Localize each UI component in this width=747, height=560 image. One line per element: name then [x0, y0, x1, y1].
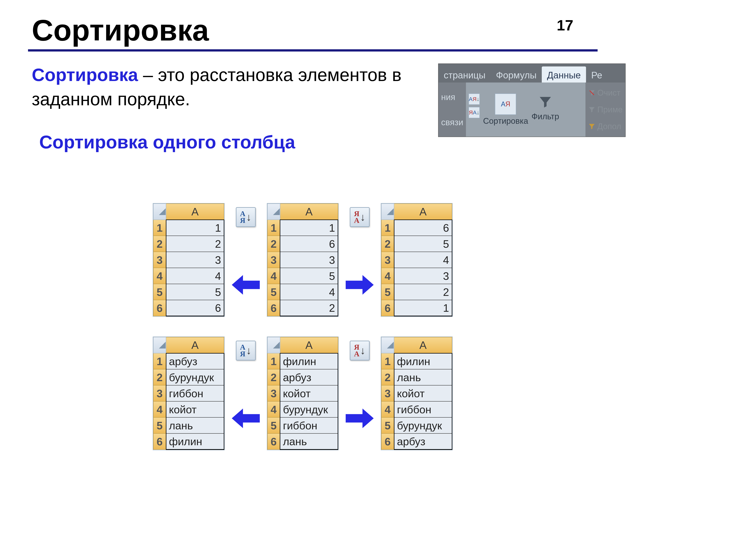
select-all-corner[interactable] [153, 204, 166, 220]
row-header[interactable]: 3 [153, 252, 166, 268]
row-header[interactable]: 2 [381, 369, 394, 385]
cell[interactable]: 3 [280, 252, 338, 268]
col-header[interactable]: A [280, 204, 338, 220]
cell[interactable]: 1 [166, 220, 224, 236]
cell[interactable]: 6 [280, 236, 338, 252]
row-header[interactable]: 2 [267, 236, 280, 252]
cell[interactable]: арбуз [166, 353, 224, 369]
select-all-corner[interactable] [381, 204, 394, 220]
cell[interactable]: бурундук [394, 418, 452, 433]
col-header[interactable]: A [394, 337, 452, 353]
cell[interactable]: 1 [280, 220, 338, 236]
row-header[interactable]: 2 [381, 236, 394, 252]
row-header[interactable]: 6 [267, 433, 280, 450]
filter-button[interactable]: Фильтр [532, 94, 559, 126]
row-header[interactable]: 3 [381, 385, 394, 401]
cell[interactable]: 5 [280, 268, 338, 284]
select-all-corner[interactable] [381, 337, 394, 353]
row-header[interactable]: 2 [267, 369, 280, 385]
advanced-filter-item[interactable]: Допол [588, 122, 623, 131]
cell[interactable]: гиббон [280, 418, 338, 433]
row-header[interactable]: 1 [381, 220, 394, 236]
sort-dialog-button[interactable]: АЯ Сортировка [483, 94, 528, 126]
row-header[interactable]: 1 [153, 220, 166, 236]
cell[interactable]: лань [166, 418, 224, 433]
cell[interactable]: гиббон [166, 385, 224, 401]
row-header[interactable]: 4 [267, 268, 280, 284]
row-header[interactable]: 1 [267, 353, 280, 369]
cell[interactable]: бурундук [166, 369, 224, 385]
row-header[interactable]: 3 [381, 252, 394, 268]
cell[interactable]: 2 [280, 300, 338, 316]
cell[interactable]: арбуз [394, 433, 452, 450]
cell[interactable]: 4 [394, 252, 452, 268]
select-all-corner[interactable] [267, 204, 280, 220]
cell[interactable]: койот [280, 385, 338, 401]
cell[interactable]: 4 [166, 268, 224, 284]
row-header[interactable]: 4 [153, 401, 166, 418]
row-header[interactable]: 5 [267, 418, 280, 433]
select-all-corner[interactable] [267, 337, 280, 353]
ribbon-tab-partial-left[interactable]: страницы [438, 66, 491, 82]
cell[interactable]: гиббон [394, 401, 452, 418]
row-header[interactable]: 4 [381, 268, 394, 284]
row-header[interactable]: 4 [153, 268, 166, 284]
cell[interactable]: 6 [394, 220, 452, 236]
cell[interactable]: 2 [394, 284, 452, 300]
row-header[interactable]: 3 [153, 385, 166, 401]
cell[interactable]: 3 [166, 252, 224, 268]
cell[interactable]: 5 [166, 284, 224, 300]
row-header[interactable]: 5 [267, 284, 280, 300]
cell[interactable]: бурундук [280, 401, 338, 418]
row-header[interactable]: 4 [381, 401, 394, 418]
row-header[interactable]: 6 [381, 300, 394, 316]
cell[interactable]: 4 [280, 284, 338, 300]
ribbon-tab-formulas[interactable]: Формулы [491, 66, 542, 82]
row-header[interactable]: 3 [267, 252, 280, 268]
cell[interactable]: филин [280, 353, 338, 369]
col-header[interactable]: A [166, 337, 224, 353]
ribbon-tab-partial-right[interactable]: Ре [586, 66, 608, 82]
row-header[interactable]: 5 [381, 284, 394, 300]
row-header[interactable]: 2 [153, 369, 166, 385]
row-header[interactable]: 6 [381, 433, 394, 450]
row-header[interactable]: 6 [153, 433, 166, 450]
row-header[interactable]: 5 [153, 418, 166, 433]
cell[interactable]: арбуз [280, 369, 338, 385]
cell[interactable]: 2 [166, 236, 224, 252]
select-all-corner[interactable] [153, 337, 166, 353]
sort-desc-icon[interactable]: ЯА↓ [468, 107, 480, 118]
cell[interactable]: филин [166, 433, 224, 450]
ribbon-tab-data[interactable]: Данные [542, 66, 586, 82]
row-header[interactable]: 1 [267, 220, 280, 236]
row-header[interactable]: 1 [153, 353, 166, 369]
sort-desc-button[interactable]: ЯА↓ [350, 341, 369, 361]
cell[interactable]: лань [280, 433, 338, 450]
row-header[interactable]: 2 [153, 236, 166, 252]
row-header[interactable]: 4 [267, 401, 280, 418]
row-header[interactable]: 5 [153, 284, 166, 300]
clear-filter-item[interactable]: Очист [588, 88, 623, 98]
cell[interactable]: 1 [394, 300, 452, 316]
row-header[interactable]: 3 [267, 385, 280, 401]
ribbon-fragment-text: связи [441, 117, 463, 127]
sort-asc-icon[interactable]: АЯ↓ [468, 94, 480, 105]
sort-asc-button[interactable]: АЯ↓ [236, 341, 256, 361]
cell[interactable]: лань [394, 369, 452, 385]
sort-asc-button[interactable]: АЯ↓ [236, 207, 256, 227]
row-header[interactable]: 5 [381, 418, 394, 433]
col-header[interactable]: A [394, 204, 452, 220]
row-header[interactable]: 6 [153, 300, 166, 316]
cell[interactable]: филин [394, 353, 452, 369]
cell[interactable]: койот [166, 401, 224, 418]
sort-desc-button[interactable]: ЯА↓ [350, 207, 369, 227]
cell[interactable]: 5 [394, 236, 452, 252]
row-header[interactable]: 1 [381, 353, 394, 369]
col-header[interactable]: A [280, 337, 338, 353]
col-header[interactable]: A [166, 204, 224, 220]
row-header[interactable]: 6 [267, 300, 280, 316]
cell[interactable]: койот [394, 385, 452, 401]
reapply-filter-item[interactable]: Приме [588, 105, 623, 114]
cell[interactable]: 6 [166, 300, 224, 316]
cell[interactable]: 3 [394, 268, 452, 284]
